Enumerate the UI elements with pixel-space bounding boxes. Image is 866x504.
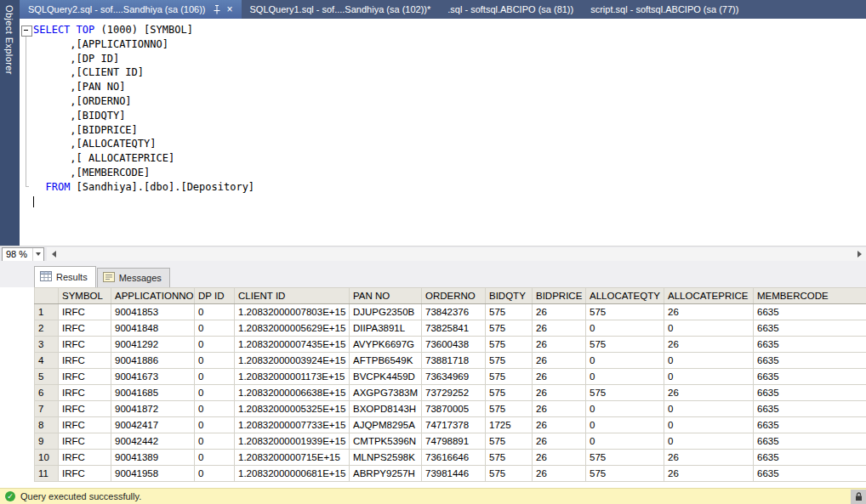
row-number[interactable]: 7	[35, 401, 59, 417]
chevron-down-icon[interactable]	[32, 248, 43, 261]
column-header[interactable]: ALLOCATEPRICE	[664, 288, 754, 304]
column-header[interactable]: APPLICATIONNO	[111, 288, 195, 304]
grid-cell[interactable]: 26	[533, 320, 586, 337]
grid-cell[interactable]: 0	[664, 433, 754, 450]
grid-cell[interactable]: 0	[195, 337, 235, 353]
grid-cell[interactable]: 575	[486, 304, 533, 320]
grid-cell[interactable]: 1.20832000007803E+15	[235, 304, 350, 320]
results-tab-results[interactable]: Results	[34, 266, 96, 287]
grid-cell[interactable]: 575	[586, 450, 664, 466]
grid-cell[interactable]: 0	[195, 320, 235, 337]
column-header[interactable]: BIDPRICE	[533, 288, 586, 304]
grid-cell[interactable]: 0	[195, 369, 235, 385]
grid-cell[interactable]: 73616646	[422, 450, 486, 466]
grid-cell[interactable]: 575	[586, 385, 664, 401]
grid-cell[interactable]: 0	[195, 304, 235, 320]
grid-cell[interactable]: 26	[664, 337, 754, 353]
grid-cell[interactable]: IRFC	[59, 304, 111, 320]
grid-cell[interactable]: 90041853	[111, 304, 195, 320]
grid-cell[interactable]: 26	[533, 450, 586, 466]
grid-cell[interactable]: 6635	[754, 369, 866, 385]
document-tab[interactable]: .sql - softsql.ABCIPO (sa (81))	[439, 0, 582, 19]
grid-cell[interactable]: 1.20832000006638E+15	[235, 385, 350, 401]
row-number[interactable]: 9	[35, 433, 59, 450]
grid-cell[interactable]: 73870005	[422, 401, 486, 417]
grid-cell[interactable]: DIIPA3891L	[350, 320, 422, 337]
grid-cell[interactable]: 6635	[754, 337, 866, 353]
grid-cell[interactable]: 0	[664, 353, 754, 369]
grid-cell[interactable]: IRFC	[59, 417, 111, 433]
document-tab[interactable]: SQLQuery1.sql - sof....Sandhiya (sa (102…	[242, 0, 440, 19]
grid-cell[interactable]: 0	[195, 401, 235, 417]
sql-editor[interactable]: SELECT TOP (1000) [SYMBOL] ,[APPLICATION…	[20, 19, 866, 246]
grid-cell[interactable]: IRFC	[59, 433, 111, 450]
grid-cell[interactable]: 1.2083200000715E+15	[235, 450, 350, 466]
grid-cell[interactable]: 1.20832000007733E+15	[235, 417, 350, 433]
grid-cell[interactable]: 6635	[754, 417, 866, 433]
row-number[interactable]: 5	[35, 369, 59, 385]
grid-cell[interactable]: 26	[533, 353, 586, 369]
grid-cell[interactable]: 575	[486, 369, 533, 385]
grid-cell[interactable]: 575	[486, 450, 533, 466]
grid-cell[interactable]: 73634969	[422, 369, 486, 385]
column-header[interactable]: ALLOCATEQTY	[586, 288, 664, 304]
grid-cell[interactable]: 575	[486, 385, 533, 401]
grid-cell[interactable]: IRFC	[59, 450, 111, 466]
grid-cell[interactable]: 0	[586, 353, 664, 369]
grid-cell[interactable]: 6635	[754, 401, 866, 417]
grid-cell[interactable]: 575	[586, 304, 664, 320]
grid-cell[interactable]: 90041886	[111, 353, 195, 369]
grid-cell[interactable]: 73881718	[422, 353, 486, 369]
grid-cell[interactable]: 1.20832000005629E+15	[235, 320, 350, 337]
grid-cell[interactable]: 90042442	[111, 433, 195, 450]
column-header[interactable]: BIDQTY	[486, 288, 533, 304]
scrollbar-track[interactable]	[60, 247, 852, 262]
grid-cell[interactable]: 1725	[486, 417, 533, 433]
grid-cell[interactable]: 26	[533, 337, 586, 353]
grid-cell[interactable]: AXGPG7383M	[350, 385, 422, 401]
zoom-level-select[interactable]: 98 %	[2, 247, 44, 262]
grid-cell[interactable]: 90041848	[111, 320, 195, 337]
grid-cell[interactable]: 575	[486, 353, 533, 369]
grid-cell[interactable]: ABRPY9257H	[350, 466, 422, 482]
grid-cell[interactable]: IRFC	[59, 401, 111, 417]
grid-cell[interactable]: 0	[586, 320, 664, 337]
grid-cell[interactable]: 0	[195, 385, 235, 401]
grid-corner-cell[interactable]	[35, 288, 59, 304]
grid-cell[interactable]: 6635	[754, 385, 866, 401]
grid-cell[interactable]: AVYPK6697G	[350, 337, 422, 353]
grid-cell[interactable]: 90041389	[111, 450, 195, 466]
column-header[interactable]: SYMBOL	[59, 288, 111, 304]
horizontal-scrollbar[interactable]	[47, 247, 866, 262]
document-tab[interactable]: script.sql - softsql.ABCIPO (sa (77))	[582, 0, 747, 19]
grid-cell[interactable]: 1.20832000003924E+15	[235, 353, 350, 369]
grid-cell[interactable]: 0	[586, 433, 664, 450]
grid-cell[interactable]: 575	[486, 433, 533, 450]
row-number[interactable]: 6	[35, 385, 59, 401]
grid-cell[interactable]: 6635	[754, 304, 866, 320]
scroll-left-icon[interactable]	[47, 247, 60, 262]
grid-cell[interactable]: 575	[486, 466, 533, 482]
grid-cell[interactable]: 74717378	[422, 417, 486, 433]
grid-cell[interactable]: 73729252	[422, 385, 486, 401]
grid-cell[interactable]: 1.20832000007435E+15	[235, 337, 350, 353]
grid-cell[interactable]: 0	[664, 401, 754, 417]
grid-cell[interactable]: 90041685	[111, 385, 195, 401]
grid-cell[interactable]: AFTPB6549K	[350, 353, 422, 369]
grid-cell[interactable]: AJQPM8295A	[350, 417, 422, 433]
column-header[interactable]: DP ID	[195, 288, 235, 304]
column-header[interactable]: ORDERNO	[422, 288, 486, 304]
row-number[interactable]: 8	[35, 417, 59, 433]
close-icon[interactable]: ×	[226, 4, 232, 14]
grid-cell[interactable]: 90042417	[111, 417, 195, 433]
grid-cell[interactable]: CMTPK5396N	[350, 433, 422, 450]
grid-cell[interactable]: 73825841	[422, 320, 486, 337]
grid-cell[interactable]: IRFC	[59, 320, 111, 337]
grid-cell[interactable]: 1.20832000000681E+15	[235, 466, 350, 482]
code-fold-toggle[interactable]	[21, 25, 32, 37]
grid-cell[interactable]: 575	[586, 466, 664, 482]
grid-cell[interactable]: 90041673	[111, 369, 195, 385]
row-number[interactable]: 10	[35, 450, 59, 466]
grid-cell[interactable]: 90041958	[111, 466, 195, 482]
grid-cell[interactable]: 0	[195, 450, 235, 466]
